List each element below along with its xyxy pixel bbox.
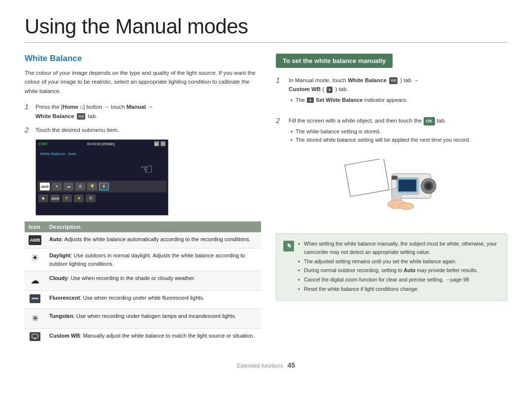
table-icon-cell: ☁ (25, 271, 45, 291)
note-item: Cancel the digital zoom function for cle… (298, 276, 500, 284)
cam-stby: STBY (38, 142, 48, 146)
cam-menu-awb: AWB (40, 183, 50, 190)
svg-rect-15 (399, 180, 416, 191)
svg-rect-16 (392, 176, 398, 180)
section-title: White Balance (25, 54, 261, 63)
left-column: White Balance The colour of your image d… (25, 54, 261, 346)
step2-bullet: The stored white balance setting will be… (291, 136, 470, 145)
table-row: ✳Tungsten: Use when recording under halo… (25, 309, 261, 329)
right-step-1-content: In Manual mode, touch White Balance WB )… (289, 76, 419, 109)
svg-point-13 (399, 203, 414, 210)
cam-time: 00:00:00 [253Min] (87, 142, 115, 146)
cam-menu-sun: ☀ (52, 183, 62, 190)
table-col-icon: Icon (25, 221, 45, 232)
table-col-desc: Description (45, 221, 261, 232)
note-item: The adjusted setting remains until you s… (298, 257, 500, 266)
step-2-text: Touch the desired submenu item. (35, 125, 119, 134)
footer-label: Extended functions (237, 363, 283, 369)
step-1-text: Press the [Home ⌂] button → touch Manual… (35, 102, 153, 121)
cam-bottom-5: ☰ (86, 194, 96, 202)
main-layout: White Balance The colour of your image d… (25, 54, 507, 346)
cam-battery-icon: ▮▯ (154, 141, 159, 146)
icon-table: Icon Description AWBAuto: Adjusts the wh… (25, 221, 261, 346)
camera-svg (342, 159, 441, 223)
right-column: To set the white balance manually 1 In M… (276, 54, 507, 346)
table-row: AWBAuto: Adjusts the white balance autom… (25, 232, 261, 249)
cam-bottom-1: ▶ (38, 194, 48, 202)
cam-menu-row-1: AWB ☀ ☁ ⚙ 💡 ⬇ (37, 181, 166, 192)
cam-bottom-row: ▶ AWB T° ⚡ ☰ (36, 193, 168, 203)
right-step-2-number: 2 (276, 116, 285, 125)
table-desc-cell: Tungsten: Use when recording under halog… (45, 309, 261, 329)
table-desc-cell: Custom WB: Manually adjust the white bal… (45, 329, 261, 347)
step-1: 1 Press the [Home ⌂] button → touch Manu… (25, 102, 261, 121)
svg-marker-3 (34, 338, 36, 340)
cam-icons-top: ▮▯ ● (154, 141, 166, 146)
table-icon-cell: AWB (25, 232, 45, 249)
table-row: Fluorescent: Use when recording under wh… (25, 291, 261, 309)
step-1-number: 1 (25, 102, 33, 111)
cam-wb-label: White Balance : Auto (40, 152, 76, 156)
note-item: During normal outdoor recording, setting… (298, 266, 500, 275)
cam-display-area: White Balance : Auto ☞ (36, 148, 168, 180)
note-box: ✎ When setting the white balance manuall… (276, 233, 507, 301)
table-row: ☀Daylight: Use outdoors in normal daylig… (25, 249, 261, 271)
footer-page: 45 (288, 361, 296, 369)
cam-bottom-4: ⚡ (74, 194, 84, 202)
step1-bullet: The ⬇ Set White Balance indicator appear… (291, 96, 419, 105)
right-section-header: To set the white balance manually (276, 54, 393, 68)
table-desc-cell: Fluorescent: Use when recording under wh… (45, 291, 261, 309)
note-content: When setting the white balance manually,… (298, 240, 500, 294)
table-icon-cell: ✳ (25, 309, 45, 329)
page-title: Using the Manual modes (25, 15, 507, 38)
camera-illustration (342, 156, 441, 225)
note-item: Reset the white balance if light conditi… (298, 285, 500, 293)
cam-bottom-2: AWB (50, 194, 60, 202)
step-2: 2 Touch the desired submenu item. (25, 125, 261, 134)
cam-menu-tung: 💡 (87, 183, 97, 190)
camera-screen: STBY 00:00:00 [253Min] ▮▯ ● White Balanc… (35, 139, 168, 216)
cam-record-icon: ● (161, 141, 166, 146)
table-desc-cell: Cloudy: Use when recording in the shade … (45, 271, 261, 291)
right-step-2: 2 Fill the screen with a white object, a… (276, 116, 507, 150)
table-header-row: Icon Description (25, 221, 261, 232)
intro-text: The colour of your image depends on the … (25, 68, 261, 95)
title-divider (25, 42, 507, 43)
cam-menu-cloud: ☁ (64, 183, 73, 190)
table-desc-cell: Auto: Adjusts the white balance automati… (45, 232, 261, 249)
table-desc-cell: Daylight: Use outdoors in normal dayligh… (45, 249, 261, 271)
note-icon: ✎ (283, 241, 294, 251)
svg-rect-2 (32, 334, 38, 338)
step2-bullet: The white balance setting is stored. (291, 127, 470, 136)
note-box-inner: ✎ When setting the white balance manuall… (283, 240, 500, 294)
cam-menu-custom: ⬇ (99, 183, 109, 190)
table-row: Custom WB: Manually adjust the white bal… (25, 329, 261, 347)
table-row: ☁Cloudy: Use when recording in the shade… (25, 271, 261, 291)
note-item: When setting the white balance manually,… (298, 240, 500, 256)
cam-top-bar: STBY 00:00:00 [253Min] ▮▯ ● (36, 140, 168, 148)
right-step-1-number: 1 (276, 76, 285, 84)
table-icon-cell (25, 329, 45, 347)
step-2-number: 2 (25, 125, 33, 134)
table-icon-cell: ☀ (25, 249, 45, 271)
right-step-2-content: Fill the screen with a white object, and… (289, 116, 470, 150)
svg-point-10 (426, 183, 432, 189)
svg-rect-4 (345, 159, 389, 196)
cam-bottom-3: T° (62, 194, 72, 202)
cam-menu-fluor: ⚙ (75, 183, 85, 190)
footer: Extended functions 45 (25, 361, 507, 369)
table-icon-cell (25, 291, 45, 309)
cam-hand-cursor: ☞ (140, 160, 153, 178)
right-step-1: 1 In Manual mode, touch White Balance WB… (276, 76, 507, 109)
